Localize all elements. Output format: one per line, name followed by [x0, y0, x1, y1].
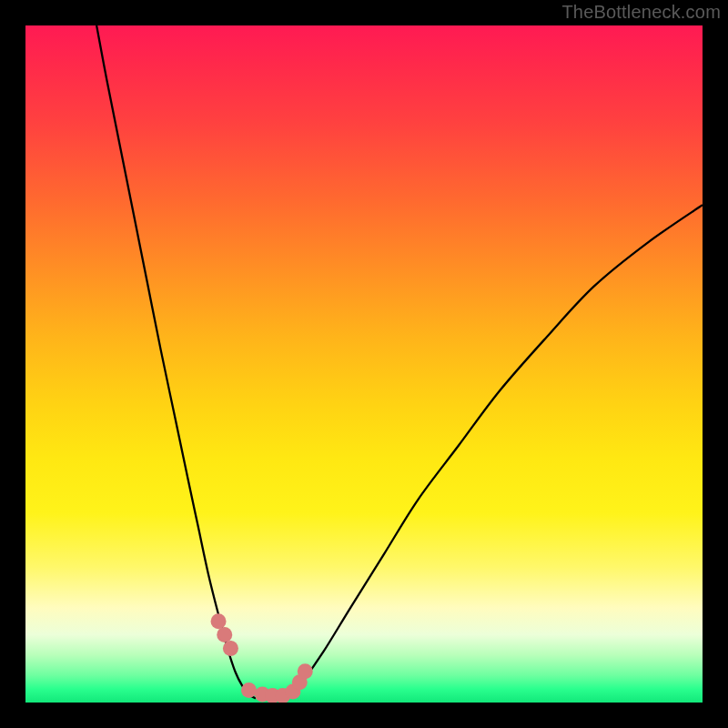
data-marker: [211, 613, 227, 629]
plot-area: [25, 25, 703, 703]
data-marker: [298, 663, 313, 679]
left-curve: [96, 25, 256, 699]
data-marker: [241, 682, 257, 698]
right-curve: [283, 205, 703, 698]
watermark-text: TheBottleneck.com: [561, 2, 721, 23]
data-marker: [217, 627, 232, 642]
data-markers: [211, 613, 313, 703]
chart-frame: TheBottleneck.com: [0, 0, 728, 728]
curve-overlay: [25, 25, 703, 703]
data-marker: [223, 641, 238, 656]
